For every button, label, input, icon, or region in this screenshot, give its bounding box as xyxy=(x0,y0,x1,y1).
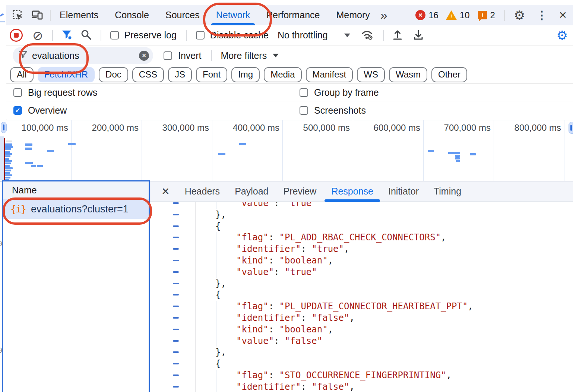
fold-marker-icon[interactable] xyxy=(173,248,179,250)
network-conditions-icon[interactable] xyxy=(361,29,373,42)
fold-marker-icon[interactable] xyxy=(173,294,179,295)
request-row-selected[interactable]: {i} evaluations?cluster=1 xyxy=(3,199,149,219)
fold-marker-icon[interactable] xyxy=(173,237,179,238)
group-by-frame-checkbox[interactable] xyxy=(300,88,308,97)
detail-tab[interactable]: Preview xyxy=(283,181,316,201)
fold-marker-icon[interactable] xyxy=(173,306,179,307)
fold-marker-icon[interactable] xyxy=(173,283,179,284)
panel-tab[interactable]: Sources xyxy=(165,5,200,25)
disable-cache-checkbox[interactable] xyxy=(196,31,205,39)
throttling-caret-icon[interactable] xyxy=(344,34,350,37)
panel-tab[interactable]: Performance xyxy=(266,5,320,25)
filter-input[interactable]: evaluations ✕ xyxy=(13,47,153,64)
resource-chip[interactable]: Media xyxy=(264,67,301,82)
fold-marker-icon[interactable] xyxy=(173,363,179,364)
detail-tab[interactable]: Payload xyxy=(235,181,268,201)
record-network-log-button[interactable] xyxy=(10,29,23,42)
resource-chip[interactable]: Font xyxy=(196,67,227,82)
panel-tab[interactable]: Network xyxy=(215,5,251,25)
clear-filter-icon[interactable]: ✕ xyxy=(139,51,149,61)
requests-table-panel: Name {i} evaluations?cluster=1 xyxy=(2,180,150,392)
request-bar xyxy=(5,151,10,153)
timeline-tick-label: 600,000 ms xyxy=(374,123,420,133)
code-line: "flag": "STO_OCCURRENCE_FINGERPRINTING", xyxy=(150,370,573,381)
timeline-column: 300,000 ms xyxy=(142,120,212,181)
preserve-log-checkbox[interactable] xyxy=(110,31,119,39)
settings-gear-icon[interactable]: ⚙ xyxy=(514,9,525,22)
name-column-header[interactable]: Name xyxy=(3,181,149,199)
screenshots-option: Screenshots xyxy=(300,101,366,120)
overview-label[interactable]: Overview xyxy=(28,105,67,116)
response-source-viewer[interactable]: "value": "true" }, { "flag": "PL_ADD_RBA… xyxy=(150,197,573,392)
filter-toggle-icon[interactable] xyxy=(61,29,72,42)
resource-chip[interactable]: Fetch/XHR xyxy=(38,67,95,82)
timeline-column: 400,000 ms xyxy=(212,120,283,181)
device-toolbar-icon[interactable] xyxy=(29,7,45,23)
error-icon[interactable]: ✕ xyxy=(415,10,425,20)
more-filters-caret-icon[interactable] xyxy=(273,54,279,57)
more-filters-button[interactable]: More filters xyxy=(221,50,267,61)
overflow-menu-icon[interactable]: ⋮ xyxy=(536,9,547,22)
fold-marker-icon[interactable] xyxy=(173,214,179,215)
issues-icon[interactable]: ! xyxy=(478,11,487,19)
detail-tab[interactable]: Timing xyxy=(434,181,461,201)
invert-checkbox[interactable] xyxy=(164,51,172,60)
detail-tabs: HeadersPayloadPreviewResponseInitiatorTi… xyxy=(185,181,461,201)
resource-chip[interactable]: Wasm xyxy=(389,67,427,82)
resource-chip[interactable]: JS xyxy=(168,67,192,82)
close-detail-icon[interactable]: ✕ xyxy=(161,186,170,197)
clear-network-log-icon[interactable]: ⊘ xyxy=(32,29,43,42)
search-icon[interactable] xyxy=(80,29,92,42)
panel-tab[interactable]: Console xyxy=(114,5,150,25)
resource-chip[interactable]: Img xyxy=(231,67,260,82)
resource-chip[interactable]: CSS xyxy=(132,67,164,82)
throttling-select[interactable]: No throttling xyxy=(278,30,328,41)
more-tabs-icon[interactable]: » xyxy=(380,8,387,22)
panel-tab[interactable]: Elements xyxy=(59,5,99,25)
detail-tab[interactable]: Initiator xyxy=(388,181,419,201)
fold-marker-icon[interactable] xyxy=(173,202,179,204)
big-request-rows-checkbox[interactable] xyxy=(13,88,22,97)
panel-tab[interactable]: Memory xyxy=(335,5,370,25)
detail-tab[interactable]: Response xyxy=(331,181,373,201)
big-request-rows-label[interactable]: Big request rows xyxy=(28,87,97,98)
fold-marker-icon[interactable] xyxy=(173,317,179,319)
fold-marker-icon[interactable] xyxy=(173,225,179,227)
export-har-icon[interactable] xyxy=(413,29,424,42)
resource-chip[interactable]: Manifest xyxy=(306,67,353,82)
fold-marker-icon[interactable] xyxy=(173,351,179,353)
import-har-icon[interactable] xyxy=(392,29,403,42)
timeline-column: 500,000 ms xyxy=(283,120,353,181)
fold-marker-icon[interactable] xyxy=(173,329,179,330)
overview-handle-right[interactable] xyxy=(569,122,573,134)
screenshots-label[interactable]: Screenshots xyxy=(314,105,366,116)
fold-marker-icon[interactable] xyxy=(173,271,179,273)
disable-cache-label[interactable]: Disable cache xyxy=(210,30,269,41)
warning-icon[interactable]: ! xyxy=(446,10,457,20)
code-line: "flag": "PL_ADD_RBAC_CHECK_CONNECTORS", xyxy=(150,232,573,243)
fold-marker-icon[interactable] xyxy=(173,260,179,261)
network-settings-gear-icon[interactable]: ⚙ xyxy=(557,29,568,42)
group-by-frame-label[interactable]: Group by frame xyxy=(314,87,379,98)
network-overview-timeline[interactable]: 100,000 ms200,000 ms300,000 ms400,000 ms… xyxy=(0,120,573,182)
filter-input-value[interactable]: evaluations xyxy=(32,50,79,61)
inspect-element-icon[interactable] xyxy=(10,7,26,23)
screenshots-checkbox[interactable] xyxy=(300,106,308,115)
resource-chip[interactable]: All xyxy=(10,67,34,82)
request-bar xyxy=(218,153,225,155)
resource-chip[interactable]: Doc xyxy=(99,67,128,82)
divider xyxy=(50,10,51,21)
overview-checkbox[interactable] xyxy=(13,106,22,115)
invert-label[interactable]: Invert xyxy=(178,50,202,61)
overview-handle-left[interactable] xyxy=(1,122,7,133)
close-devtools-icon[interactable]: ✕ xyxy=(558,9,567,21)
resource-chip[interactable]: Other xyxy=(431,67,467,82)
preserve-log-label[interactable]: Preserve log xyxy=(124,30,177,41)
fold-marker-icon[interactable] xyxy=(173,386,179,388)
fold-marker-icon[interactable] xyxy=(173,374,179,376)
request-bar xyxy=(456,160,460,162)
resource-chip[interactable]: WS xyxy=(357,67,385,82)
code-line: "value": "false" xyxy=(150,335,573,347)
fold-marker-icon[interactable] xyxy=(173,340,179,342)
detail-tab[interactable]: Headers xyxy=(185,181,220,201)
